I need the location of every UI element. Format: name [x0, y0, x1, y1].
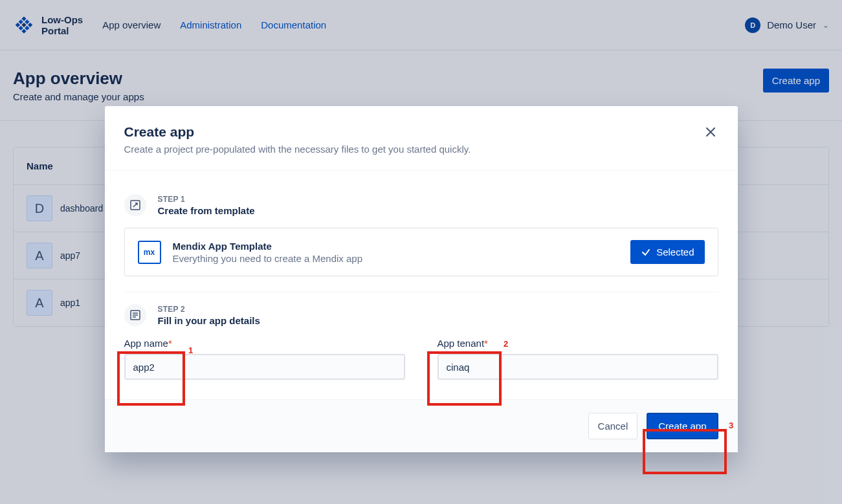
app-details-form: App name* App tenant*	[124, 338, 718, 380]
modal-subtitle: Create a project pre-populated with the …	[124, 144, 471, 155]
selected-label: Selected	[656, 247, 694, 257]
divider	[124, 292, 718, 292]
step-2-title: Fill in your app details	[158, 315, 260, 326]
modal-title: Create app	[124, 124, 471, 140]
app-name-field-group: App name*	[124, 338, 405, 380]
app-name-input[interactable]	[124, 354, 405, 380]
step-2-label: STEP 2	[158, 305, 260, 314]
modal-footer: Cancel Create app	[105, 399, 738, 452]
step-1-title: Create from template	[158, 205, 255, 216]
mendix-icon: mx	[138, 241, 161, 264]
close-icon[interactable]	[703, 124, 718, 143]
app-tenant-field-group: App tenant*	[438, 338, 718, 380]
app-name-label: App name*	[124, 338, 405, 349]
app-tenant-input[interactable]	[438, 354, 718, 380]
template-card[interactable]: mx Mendix App Template Everything you ne…	[124, 228, 718, 276]
submit-create-app-button[interactable]: Create app	[647, 413, 718, 439]
selected-button[interactable]: Selected	[630, 240, 704, 264]
template-desc: Everything you need to create a Mendix a…	[173, 253, 363, 264]
step-1-label: STEP 1	[158, 195, 255, 204]
form-icon	[124, 304, 146, 326]
cancel-button[interactable]: Cancel	[588, 413, 638, 439]
check-icon	[641, 247, 651, 257]
modal-body: STEP 1 Create from template mx Mendix Ap…	[105, 171, 738, 399]
step-2-header: STEP 2 Fill in your app details	[124, 304, 718, 326]
template-title: Mendix App Template	[173, 241, 363, 252]
create-app-modal: Create app Create a project pre-populate…	[105, 106, 738, 452]
template-icon	[124, 194, 146, 216]
modal-header: Create app Create a project pre-populate…	[105, 106, 738, 171]
app-tenant-label: App tenant*	[438, 338, 718, 349]
step-1-header: STEP 1 Create from template	[124, 194, 718, 216]
